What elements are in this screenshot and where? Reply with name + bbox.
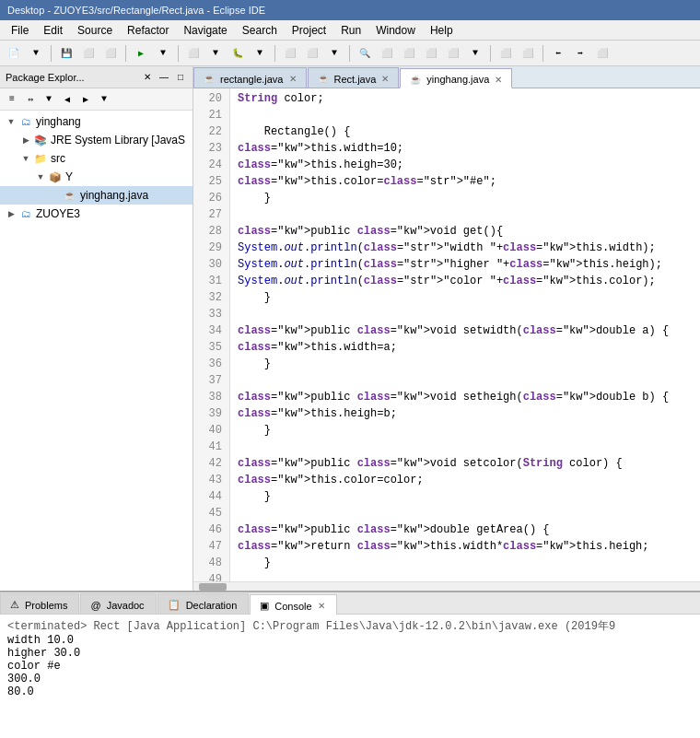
editor-area: ☕ rectangle.java ✕ ☕ Rect.java ✕ ☕ yingh… (193, 66, 700, 591)
expand-Y-icon[interactable]: ▼ (33, 172, 48, 182)
tree-item-zuoye3[interactable]: ▶ 🗂 ZUOYE3 (0, 205, 192, 223)
tab-rect[interactable]: ☕ Rect.java ✕ (308, 67, 400, 88)
jre-icon: 📚 (33, 133, 48, 147)
toolbar-btn20[interactable]: ▼ (465, 43, 485, 64)
menu-navigate[interactable]: Navigate (176, 22, 234, 39)
expand-yinghang-icon[interactable]: ▼ (4, 117, 18, 126)
menu-refactor[interactable]: Refactor (120, 22, 176, 39)
menu-project[interactable]: Project (285, 22, 333, 39)
code-line: } (238, 289, 693, 306)
tree-item-yinghang[interactable]: ▼ 🗂 yinghang (0, 112, 192, 131)
explorer-nav-fwd-icon[interactable]: ▶ (77, 91, 94, 108)
tab-rectangle-close[interactable]: ✕ (289, 74, 297, 84)
code-line: class="kw">public class="kw">double getA… (238, 521, 693, 538)
toolbar-btn11[interactable]: ▼ (250, 43, 270, 64)
toolbar-btn16[interactable]: ⬜ (377, 43, 397, 64)
tree-item-jre[interactable]: ▶ 📚 JRE System Library [JavaS (0, 131, 192, 149)
tab-yinghang[interactable]: ☕ yinghang.java ✕ (400, 68, 512, 88)
toolbar-btn12[interactable]: ⬜ (280, 43, 300, 64)
toolbar-btn18[interactable]: ⬜ (421, 43, 441, 64)
toolbar-btn15[interactable]: 🔍 (355, 43, 375, 64)
toolbar-btn4[interactable]: ⬜ (78, 43, 99, 64)
expand-zuoye3-icon[interactable]: ▶ (4, 209, 18, 218)
tab-problems[interactable]: ⚠ Problems (0, 593, 79, 614)
code-line (238, 505, 693, 521)
toolbar-btn19[interactable]: ⬜ (443, 43, 463, 64)
toolbar-debug[interactable]: 🐛 (228, 43, 248, 64)
toolbar-btn13[interactable]: ⬜ (302, 43, 322, 64)
menu-window[interactable]: Window (368, 22, 423, 39)
tree-label-yinghang: yinghang (36, 115, 81, 128)
line-number-25: 25 (197, 173, 226, 190)
toolbar-sep7 (542, 45, 543, 62)
line-number-31: 31 (197, 273, 226, 289)
tab-javadoc-label: Javadoc (107, 600, 145, 611)
toolbar-btn21[interactable]: ⬜ (496, 43, 516, 64)
tree-item-src[interactable]: ▼ 📁 src (0, 149, 192, 168)
close-panel-icon[interactable]: ✕ (141, 71, 154, 84)
explorer-view-menu-icon[interactable]: ▼ (96, 91, 112, 108)
toolbar-btn25[interactable]: ⬜ (592, 43, 612, 64)
tab-yinghang-close[interactable]: ✕ (495, 75, 502, 85)
java-file-icon: ☕ (63, 188, 77, 203)
expand-src-icon[interactable]: ▼ (18, 154, 33, 163)
console-output-line: higher 30.0 (7, 647, 693, 660)
toolbar-btn5[interactable]: ⬜ (100, 43, 121, 64)
toolbar-btn14[interactable]: ▼ (324, 43, 344, 64)
toolbar-sep5 (349, 45, 350, 62)
menu-help[interactable]: Help (423, 22, 461, 39)
link-editor-icon[interactable]: ⇔ (22, 91, 39, 108)
horizontal-scrollbar[interactable] (193, 581, 700, 591)
tab-yinghang-icon: ☕ (410, 75, 421, 85)
tab-console-label: Console (274, 601, 311, 612)
toolbar-new[interactable]: 📄 (4, 43, 24, 64)
code-line: class="kw">public class="kw">void setwid… (238, 322, 693, 339)
toolbar-btn17[interactable]: ⬜ (399, 43, 419, 64)
tab-console-close[interactable]: ✕ (318, 601, 325, 611)
toolbar-btn2[interactable]: ▼ (26, 43, 46, 64)
code-line: class="kw">this.color=class="str">"#e"; (238, 173, 693, 190)
main-layout: Package Explor... ✕ — □ ≡ ⇔ ▼ ◀ ▶ ▼ ▼ 🗂 (0, 66, 700, 738)
tab-declaration[interactable]: 📋 Declaration (158, 593, 250, 614)
code-content[interactable]: 202122⊖232425262728⊖293031323334⊖3536373… (193, 88, 700, 581)
maximize-panel-icon[interactable]: □ (174, 71, 187, 84)
toolbar-run[interactable]: ▶ (131, 43, 151, 64)
toolbar: 📄 ▼ 💾 ⬜ ⬜ ▶ ▼ ⬜ ▼ 🐛 ▼ ⬜ ⬜ ▼ 🔍 ⬜ ⬜ ⬜ ⬜ ▼ … (0, 41, 700, 66)
menu-source[interactable]: Source (70, 22, 120, 39)
tab-javadoc[interactable]: @ Javadoc (80, 593, 156, 614)
tab-rect-close[interactable]: ✕ (381, 74, 389, 84)
toolbar-btn24[interactable]: ➡ (570, 43, 590, 64)
code-line (238, 571, 693, 581)
tab-console[interactable]: ▣ Console ✕ (250, 594, 336, 615)
tree-item-yinghang-java[interactable]: ☕ yinghang.java (0, 186, 192, 205)
code-lines[interactable]: String color; Rectangle() { class="kw">t… (230, 88, 700, 581)
toolbar-btn22[interactable]: ⬜ (518, 43, 538, 64)
tab-rectangle[interactable]: ☕ rectangle.java ✕ (193, 67, 307, 88)
explorer-nav-back-icon[interactable]: ◀ (59, 91, 76, 108)
expand-jre-icon[interactable]: ▶ (18, 135, 33, 145)
project2-icon: 🗂 (18, 206, 33, 221)
line-number-20: 20 (197, 90, 226, 107)
toolbar-btn9[interactable]: ▼ (205, 43, 226, 64)
explorer-menu-icon[interactable]: ▼ (41, 91, 57, 108)
menu-file[interactable]: File (4, 22, 36, 39)
line-number-45: 45 (197, 505, 226, 521)
tab-rect-label: Rect.java (334, 74, 377, 85)
menu-edit[interactable]: Edit (36, 22, 70, 39)
line-number-44: 44 (197, 488, 226, 505)
code-line: } (238, 190, 693, 206)
toolbar-btn8[interactable]: ⬜ (183, 43, 204, 64)
tree-item-Y[interactable]: ▼ 📦 Y (0, 168, 192, 186)
minimize-panel-icon[interactable]: — (158, 71, 170, 84)
menu-search[interactable]: Search (235, 22, 285, 39)
code-line: } (238, 422, 693, 439)
collapse-all-icon[interactable]: ≡ (4, 91, 20, 108)
line-number-48: 48 (197, 555, 226, 571)
hscroll-thumb[interactable] (199, 583, 227, 591)
toolbar-btn23[interactable]: ⬅ (548, 43, 568, 64)
menu-run[interactable]: Run (333, 22, 368, 39)
code-line: Rectangle() { (238, 123, 693, 140)
toolbar-save[interactable]: 💾 (56, 43, 76, 64)
code-line (238, 372, 693, 389)
toolbar-btn7[interactable]: ▼ (153, 43, 173, 64)
